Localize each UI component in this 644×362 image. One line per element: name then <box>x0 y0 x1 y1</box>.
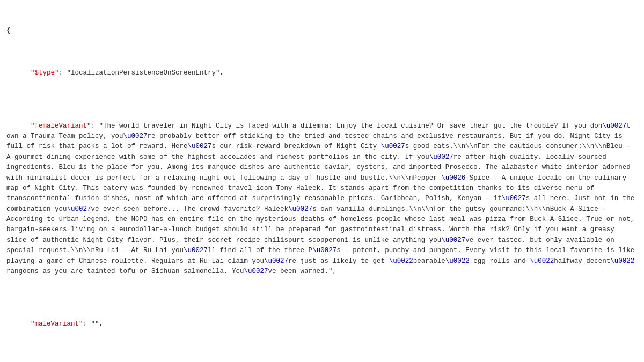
u0022-2: \u0022 <box>445 257 470 265</box>
male-value-1: "", <box>91 320 104 328</box>
u0027-3: \u0027 <box>188 143 212 150</box>
open-brace: { <box>6 26 638 36</box>
u0026-1: \u0026 <box>441 174 465 182</box>
u0027-8: \u0027 <box>288 205 312 213</box>
u0022-1: \u0022 <box>389 257 413 265</box>
u0027-4: \u0027 <box>381 143 405 150</box>
u0027-1: \u0027 <box>602 122 626 130</box>
u0027-2: \u0027 <box>123 132 148 140</box>
u0027-12: \u0027 <box>264 257 288 265</box>
caribbean-text: Caribbean, Polish, Kenyan - it\u0027s al… <box>381 195 570 202</box>
u0027-7: \u0027 <box>67 205 91 213</box>
u0022-3: \u0022 <box>530 257 554 265</box>
type-key-1: "$type" <box>31 69 59 77</box>
entry-1-type-line: "$type": "localizationPersistenceOnScree… <box>6 58 638 89</box>
entry-1-female-line: "femaleVariant": "The world traveler in … <box>6 110 638 287</box>
u0027-13: \u0027 <box>244 268 268 275</box>
u0027-10: \u0027 <box>184 247 208 254</box>
u0027-9: \u0027 <box>441 237 465 244</box>
female-value-1: "The world traveler in Night City is fac… <box>6 122 639 275</box>
code-viewer: { "$type": "localizationPersistenceOnScr… <box>0 0 644 362</box>
u0027-6: \u0027 <box>502 195 526 202</box>
u0027-5: \u0027 <box>429 153 453 161</box>
u0027-11: \u0027 <box>312 247 336 254</box>
type-value-1: "localizationPersistenceOnScreenEntry", <box>67 69 224 77</box>
u0022-4: \u0022 <box>610 257 634 265</box>
entry-1-male-line: "maleVariant": "", <box>6 309 638 340</box>
female-key-1: "femaleVariant" <box>31 122 91 130</box>
male-key-1: "maleVariant" <box>31 320 83 328</box>
